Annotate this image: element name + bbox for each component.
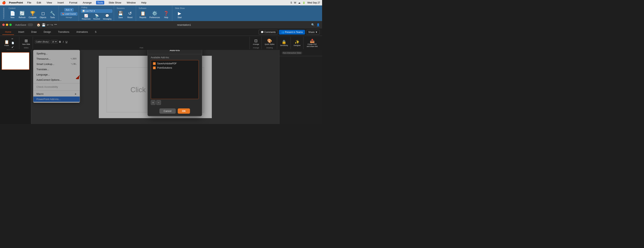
- ps-new-btn[interactable]: 📄 New: [8, 10, 17, 19]
- home-icon[interactable]: 🏠: [37, 23, 40, 27]
- search-icon[interactable]: 🔍: [311, 23, 314, 26]
- tab-draw[interactable]: Draw: [28, 30, 39, 35]
- cut-btn[interactable]: ✂: [10, 37, 18, 41]
- sensitivity-label: Sensitivity: [280, 45, 288, 46]
- copy-btn[interactable]: 📄: [10, 41, 18, 45]
- addin-1-checkbox[interactable]: ✓: [153, 62, 156, 65]
- ps-objects-btn[interactable]: ◻ Objects: [38, 10, 48, 19]
- menu-view[interactable]: View: [46, 1, 53, 5]
- tab-transitions[interactable]: Transitions: [55, 30, 72, 35]
- share-btn[interactable]: Share ▼: [306, 30, 320, 35]
- ps-receiver-btn[interactable]: 📡 Receiver: [92, 14, 101, 20]
- italic-btn[interactable]: I: [62, 40, 64, 44]
- paste-btn[interactable]: 📋 Paste: [3, 39, 10, 47]
- menu-window[interactable]: Window: [126, 1, 137, 5]
- format-painter-btn[interactable]: 🖌: [10, 45, 18, 49]
- loadcourse-label: Load Course: [65, 13, 76, 15]
- font-buttons: Calibri (Body) 18 ▼ B I U: [35, 37, 68, 46]
- menu-arrange[interactable]: Arrange: [82, 1, 93, 5]
- dialog-available-label: Available Add-Ins:: [148, 54, 202, 60]
- ps-software-section: Software 📋 Reports ⚙️ Preferences ❓ Help: [137, 6, 172, 21]
- ps-refresh-btn[interactable]: 🔄 Refresh: [18, 10, 27, 19]
- undo-icon[interactable]: ↩: [47, 23, 49, 27]
- font-size-selector[interactable]: 18 ▼: [51, 40, 58, 44]
- share-icon[interactable]: 👤: [316, 23, 320, 26]
- designer-icon: ✨: [294, 40, 300, 44]
- slide-1-thumb[interactable]: 1: [2, 52, 30, 70]
- menu-file[interactable]: File: [26, 1, 32, 5]
- ps-software-buttons: 📋 Reports ⚙️ Preferences ❓ Help: [138, 10, 170, 19]
- addin-2-checkbox[interactable]: ✓: [153, 67, 156, 69]
- redo-icon[interactable]: ↪: [50, 23, 53, 27]
- create-pdf-buttons: 📤 Create PDF and share link: [305, 37, 319, 49]
- menu-format[interactable]: Format: [68, 1, 78, 5]
- menu-edit[interactable]: Edit: [36, 1, 42, 5]
- quick-styles-buttons: 🎨 Quick Styles: [264, 37, 275, 46]
- live-poll-dropdown[interactable]: 📊 Live Poll ▼: [81, 9, 112, 13]
- ps-compete-btn[interactable]: 🏆 Compete: [28, 10, 38, 19]
- titlebar-nav: 🏠 💾 ↩ ↪ •••: [37, 23, 57, 27]
- comments-btn[interactable]: 💬 Comments: [258, 30, 278, 35]
- cut-icon: ✂: [12, 38, 13, 40]
- new-slide-btn[interactable]: ⊞ New Slide: [21, 38, 31, 46]
- save-disk-icon[interactable]: 💾: [42, 23, 46, 27]
- tab-design[interactable]: Design: [41, 30, 54, 35]
- menu-help[interactable]: Help: [140, 1, 148, 5]
- font-selector[interactable]: Calibri (Body): [35, 40, 50, 44]
- font-label: Font: [35, 47, 248, 49]
- autosave-toggle[interactable]: [28, 23, 33, 26]
- ps-reset-btn[interactable]: ↺ Reset: [126, 10, 134, 19]
- dialog-cancel-btn[interactable]: Cancel: [160, 108, 176, 114]
- ps-refresh-label: Refresh: [19, 16, 26, 19]
- ps-save-btn[interactable]: 💾 Save: [116, 10, 125, 19]
- ps-preferences-btn[interactable]: ⚙️ Preferences: [148, 10, 161, 19]
- manage-loadcourse-btn[interactable]: 📚 Load Course: [60, 12, 77, 16]
- menu-insert[interactable]: Insert: [56, 1, 65, 5]
- ps-reports-btn[interactable]: 📋 Reports: [138, 10, 148, 19]
- apple-menu[interactable]: 🍎: [2, 1, 6, 5]
- create-pdf-btn[interactable]: 📤 Create PDF and share link: [305, 38, 319, 48]
- minimize-button[interactable]: [6, 24, 8, 26]
- underline-btn[interactable]: U: [65, 40, 68, 44]
- canvas-area[interactable]: Click to add title Spelling... Thesaurus…: [31, 50, 279, 124]
- statusbar-battery: 🔋: [302, 1, 305, 4]
- present-teams-btn[interactable]: 👥 Present in Teams: [279, 30, 305, 35]
- menu-tools[interactable]: Tools: [96, 1, 104, 5]
- help-icon: ❓: [164, 11, 169, 16]
- designer-btn[interactable]: ✨ Designer: [293, 39, 302, 47]
- manage-auto-dropdown[interactable]: Auto ▼: [64, 8, 74, 12]
- sensitivity-btn[interactable]: 🔒 Sensitivity: [279, 39, 289, 47]
- ps-start-btn[interactable]: ▶ Start: [175, 10, 184, 19]
- ps-messaging-btn[interactable]: 💬 Messaging: [102, 14, 112, 20]
- arrange-btn[interactable]: ⊡ Arrange: [252, 38, 260, 46]
- ps-help-btn[interactable]: ❓ Help: [162, 10, 170, 19]
- tab-s[interactable]: S: [92, 30, 99, 35]
- save-icon: 💾: [118, 11, 123, 16]
- dialog-addin-2[interactable]: ✓ PointSolutions: [152, 66, 198, 70]
- add-addin-btn[interactable]: +: [151, 100, 156, 105]
- ps-slideshow-buttons: ▶ Start: [175, 10, 184, 19]
- quick-styles-btn[interactable]: 🎨 Quick Styles: [264, 38, 275, 46]
- designer-label: Designer: [294, 45, 301, 46]
- ps-responses-btn[interactable]: 📈 Responses: [81, 14, 92, 20]
- ribbon-sensitivity: 🔒 Sensitivity: [278, 37, 291, 49]
- clipboard-buttons: 📋 Paste ✂ 📄 🖌: [3, 37, 18, 49]
- statusbar-w: W: [294, 1, 296, 4]
- ps-help-label: Help: [164, 16, 168, 19]
- maximize-button[interactable]: [9, 24, 12, 26]
- ribbon-quick-styles: 🎨 Quick Styles Drawing: [262, 37, 277, 49]
- dialog-title: Add-Ins: [148, 50, 202, 54]
- dialog-ok-btn[interactable]: OK: [178, 108, 190, 114]
- tab-insert[interactable]: Insert: [16, 30, 27, 35]
- close-button[interactable]: [2, 24, 5, 26]
- dialog-addin-1[interactable]: ✓ SaveAsAdobePDF: [152, 61, 198, 66]
- tab-home[interactable]: Home: [2, 30, 14, 35]
- more-icon[interactable]: •••: [54, 23, 57, 27]
- remove-addin-btn[interactable]: −: [156, 100, 161, 105]
- sensitivity-buttons: 🔒 Sensitivity: [279, 37, 289, 49]
- ribbon-designer: ✨ Designer: [291, 37, 304, 49]
- menu-slideshow[interactable]: Slide Show: [107, 1, 122, 5]
- ps-tools-btn[interactable]: 🔧 Tools: [48, 10, 57, 19]
- tab-animations[interactable]: Animations: [74, 30, 90, 35]
- bold-btn[interactable]: B: [58, 40, 62, 44]
